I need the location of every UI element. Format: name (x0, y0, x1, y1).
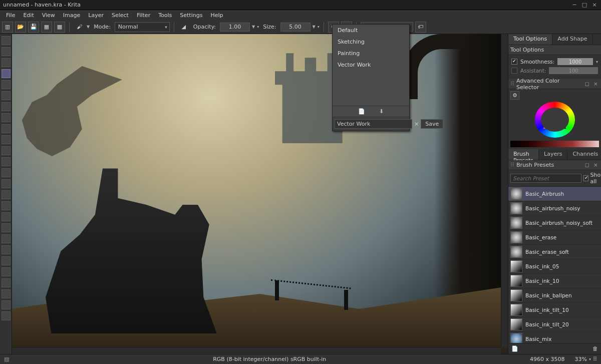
chevron-down-icon[interactable]: ▾ (596, 60, 598, 64)
popup-download-icon[interactable]: ⬇ (379, 108, 384, 115)
tool-fill[interactable] (2, 168, 11, 177)
brush-item[interactable]: Basic_erase (508, 230, 601, 245)
menu-filter[interactable]: Filter (133, 11, 154, 20)
panel-float-icon[interactable]: ◻ (584, 162, 590, 168)
tab-add-shape[interactable]: Add Shape (552, 34, 592, 45)
canvas-horizontal-scrollbar[interactable] (12, 347, 501, 354)
tool-clone[interactable] (2, 201, 11, 210)
brush-item[interactable]: Basic_ink_tilt_10 (508, 303, 601, 317)
palette-option[interactable]: Sketching (333, 36, 409, 48)
blend-mode-dropdown[interactable]: Normal (115, 22, 170, 32)
window-close-icon[interactable]: × (591, 2, 598, 9)
tool-picker[interactable] (2, 179, 11, 188)
tool-rect[interactable] (2, 91, 11, 100)
tool-select-contig[interactable] (2, 300, 11, 309)
new-brush-icon[interactable]: 📄 (511, 345, 518, 352)
tab-tool-options[interactable]: Tool Options (508, 34, 552, 45)
window-maximize-icon[interactable]: □ (581, 2, 588, 9)
tab-channels[interactable]: Channels (567, 149, 601, 160)
palette-option[interactable]: Vector Work (333, 59, 409, 71)
palette-dropdown-icon[interactable]: 🏷 (415, 22, 426, 33)
tool-assist[interactable] (2, 245, 11, 254)
chevron-down-icon[interactable]: ▾ (589, 357, 591, 361)
tool-select-ellipse[interactable] (2, 267, 11, 276)
tool-crop[interactable] (2, 58, 11, 67)
canvas[interactable] (12, 34, 508, 354)
size-input[interactable]: 5.00 (280, 23, 311, 32)
save-doc-icon[interactable]: 💾 (28, 22, 39, 33)
canvas-vertical-scrollbar[interactable] (501, 34, 508, 347)
new-doc-icon[interactable]: ▥ (2, 22, 13, 33)
brush-item[interactable]: Basic_ink_10 (508, 274, 601, 288)
tool-ellipse[interactable] (2, 102, 11, 111)
brush-item[interactable]: Basic_ink_ballpen (508, 288, 601, 303)
smoothness-slider[interactable]: 1000 (557, 58, 593, 65)
tool-bezier[interactable] (2, 124, 11, 133)
menu-select[interactable]: Select (108, 11, 133, 20)
brush-item[interactable]: Basic_Airbrush (508, 187, 601, 201)
assistant-checkbox[interactable] (511, 68, 517, 74)
popup-doc-icon[interactable]: 📄 (358, 108, 365, 115)
brush-item[interactable]: Basic_airbrush_noisy_soft (508, 216, 601, 230)
menu-help[interactable]: Help (206, 11, 227, 20)
menu-image[interactable]: Image (59, 11, 84, 20)
tool-gradient[interactable] (2, 146, 11, 155)
open-doc-icon[interactable]: 📂 (15, 22, 26, 33)
zoom-grip-icon[interactable]: ⠿ (593, 356, 597, 362)
assistant-slider[interactable]: 100 (549, 67, 598, 74)
tool-zoom[interactable] (2, 223, 11, 232)
brush-item[interactable]: Basic_mix (508, 332, 601, 343)
chevron-down-icon[interactable]: ▼ (252, 25, 255, 29)
palette-option[interactable]: Default (333, 25, 409, 36)
tool-poly[interactable] (2, 113, 11, 122)
palette-name-input[interactable] (335, 119, 412, 129)
brush-item[interactable]: Basic_erase_soft (508, 245, 601, 259)
panel-close-icon[interactable]: × (592, 162, 599, 168)
brush-item[interactable]: Basic_ink_tilt_20 (508, 317, 601, 332)
chevron-down-icon[interactable]: ▼ (313, 25, 316, 29)
palette-save-button[interactable]: Save (421, 119, 443, 129)
window-minimize-icon[interactable]: − (571, 2, 578, 9)
tool-pattern[interactable] (2, 157, 11, 166)
menu-edit[interactable]: Edit (19, 11, 38, 20)
tab-brush-presets[interactable]: Brush Presets (508, 149, 539, 160)
color-history-bar[interactable] (510, 141, 599, 147)
tool-line[interactable] (2, 80, 11, 89)
menu-settings[interactable]: Settings (176, 11, 206, 20)
tool-measure[interactable] (2, 212, 11, 221)
tool-smudge[interactable] (2, 190, 11, 199)
tool-select-poly[interactable] (2, 278, 11, 287)
color-config-icon[interactable]: ⚙ (510, 91, 519, 100)
menu-view[interactable]: View (38, 11, 59, 20)
tool-pan[interactable] (2, 234, 11, 243)
brush-preset-icon[interactable]: 🖌 (74, 22, 85, 33)
pattern-b-icon[interactable]: ▩ (54, 22, 65, 33)
chevron-down-icon[interactable]: ▾ (318, 25, 320, 29)
menu-file[interactable]: File (2, 11, 19, 20)
chevron-down-icon[interactable]: ▼ (87, 25, 90, 29)
menu-tools[interactable]: Tools (154, 11, 176, 20)
tool-transform[interactable] (2, 47, 11, 56)
tab-layers[interactable]: Layers (539, 149, 567, 160)
menu-layer[interactable]: Layer (84, 11, 108, 20)
tool-move[interactable] (2, 36, 11, 45)
grip-icon[interactable]: ⠿ (510, 162, 514, 168)
brush-item[interactable]: Basic_ink_05 (508, 259, 601, 274)
palette-option[interactable]: Painting (333, 48, 409, 59)
panel-float-icon[interactable]: ◻ (584, 81, 590, 87)
brush-search-input[interactable] (510, 174, 581, 183)
panel-close-icon[interactable]: × (592, 81, 599, 87)
delete-brush-icon[interactable]: 🗑 (592, 345, 598, 352)
tool-select-free[interactable] (2, 289, 11, 298)
tool-select-color[interactable] (2, 311, 11, 320)
tool-freehand[interactable] (2, 69, 11, 78)
smoothness-checkbox[interactable] (511, 59, 517, 65)
clear-input-icon[interactable]: × (414, 121, 419, 127)
color-wheel[interactable] (535, 102, 575, 138)
color-triangle[interactable] (543, 109, 566, 129)
opacity-input[interactable]: 1.00 (220, 23, 250, 32)
tool-text[interactable] (2, 135, 11, 144)
pattern-a-icon[interactable]: ▦ (41, 22, 52, 33)
show-all-checkbox[interactable] (583, 175, 588, 181)
tool-select-rect[interactable] (2, 256, 11, 265)
